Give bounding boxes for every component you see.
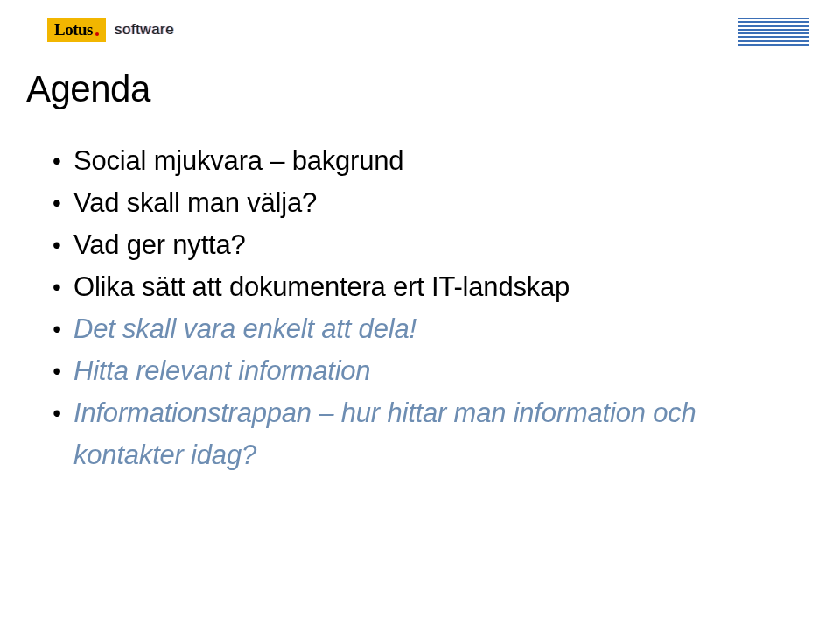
bullet-text: Hitta relevant information: [74, 355, 370, 386]
bullet-item: Hitta relevant information: [52, 350, 788, 392]
slide: Lotus software Agenda Social mjukvara – …: [0, 0, 840, 626]
bullet-list: Social mjukvara – bakgrund Vad skall man…: [52, 140, 788, 476]
bullet-text: Vad ger nytta?: [74, 229, 246, 260]
software-label: software: [106, 18, 174, 42]
bullet-text: Vad skall man välja?: [74, 187, 317, 218]
bullet-ul: Social mjukvara – bakgrund Vad skall man…: [52, 140, 788, 476]
bullet-item: Vad ger nytta?: [52, 224, 788, 266]
lotus-label: Lotus: [54, 18, 93, 42]
header: Lotus software: [0, 0, 840, 61]
bullet-text: Informationstrappan – hur hittar man inf…: [74, 397, 696, 470]
lotus-logo-icon: Lotus: [47, 18, 106, 42]
bullet-item: Det skall vara enkelt att dela!: [52, 308, 788, 350]
bullet-text: Det skall vara enkelt att dela!: [74, 313, 416, 344]
slide-title: Agenda: [26, 68, 150, 110]
bullet-text: Social mjukvara – bakgrund: [74, 145, 403, 176]
bullet-item: Olika sätt att dokumentera ert IT-landsk…: [52, 266, 788, 308]
lotus-dot-icon: [95, 32, 99, 36]
lotus-software-logo: Lotus software: [47, 18, 174, 42]
bullet-item: Vad skall man välja?: [52, 182, 788, 224]
bullet-item: Social mjukvara – bakgrund: [52, 140, 788, 182]
ibm-logo-icon: [738, 18, 809, 46]
bullet-text: Olika sätt att dokumentera ert IT-landsk…: [74, 271, 570, 302]
bullet-item: Informationstrappan – hur hittar man inf…: [52, 392, 788, 476]
